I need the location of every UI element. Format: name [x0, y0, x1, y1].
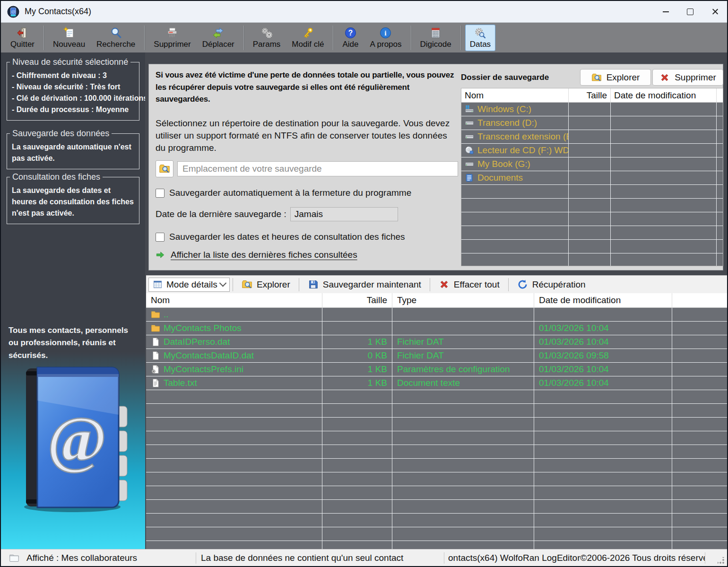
file-name-cell: MyContacts Photos — [146, 322, 322, 335]
show-last-consulted-link[interactable]: Afficher la liste des dernières fiches c… — [171, 250, 357, 260]
drive-row[interactable]: Transcend (D:) — [461, 116, 723, 130]
save-icon — [308, 279, 319, 290]
toolbar-button-nouveau[interactable]: Nouveau — [48, 25, 90, 51]
effacer-tout-button[interactable]: Effacer tout — [433, 277, 505, 292]
drive-size-cell — [569, 116, 611, 130]
drives-column-header[interactable]: Date de modification — [611, 88, 717, 103]
file-row[interactable]: .. — [146, 308, 728, 322]
consult-backup-checkbox-row: Sauvegarder les dates et heures de consu… — [156, 232, 458, 242]
empty-cell — [672, 472, 728, 486]
last-backup-label: Date de la dernière sauvegarde : — [156, 209, 286, 219]
file-row[interactable]: MyContactsDataID.dat0 KBFichier DAT01/03… — [146, 349, 728, 363]
file-size-cell: 1 KB — [322, 363, 392, 376]
resize-grip[interactable] — [705, 550, 727, 566]
drives-column-header[interactable]: Nom — [461, 88, 569, 103]
supprimer-drives-button[interactable]: Supprimer — [652, 69, 723, 86]
drive-date-cell — [611, 130, 717, 144]
file-row-empty — [146, 514, 728, 527]
empty-cell — [672, 459, 728, 472]
file-date-cell: 01/03/2026 09:58 — [534, 349, 672, 363]
key-icon — [302, 26, 314, 39]
recuperation-button[interactable]: Récupération — [511, 277, 591, 292]
file-name: MyContacts Photos — [164, 323, 242, 333]
view-mode-select[interactable]: Mode détails — [148, 278, 230, 292]
empty-cell — [146, 418, 322, 431]
drives-column-header[interactable]: Taille — [569, 88, 611, 103]
empty-cell — [672, 514, 728, 527]
empty-cell — [672, 431, 728, 445]
svg-text:@: @ — [11, 9, 15, 14]
file-date-cell — [534, 308, 672, 322]
toolbar-separator — [460, 26, 461, 50]
drive-row[interactable]: Documents — [461, 171, 723, 185]
empty-cell — [392, 514, 534, 527]
auto-backup-checkbox-row: Sauvegarder automatiquement à la fermetu… — [156, 188, 458, 198]
security-detail-line: - Chiffrement de niveau : 3 — [12, 70, 134, 81]
file-row[interactable]: MyContacts Photos01/03/2026 10:04 — [146, 322, 728, 335]
empty-cell — [672, 527, 728, 541]
explorer-drives-button[interactable]: Explorer — [580, 69, 651, 86]
file-name-cell: .. — [146, 308, 322, 322]
drive-row[interactable]: My Book (G:) — [461, 157, 723, 171]
empty-cell — [534, 472, 672, 486]
backup-location-input[interactable] — [177, 161, 458, 176]
file-row[interactable]: DataIDPerso.dat1 KBFichier DAT01/03/2026… — [146, 335, 728, 349]
drive-row[interactable]: Windows (C:) — [461, 103, 723, 116]
drive-row[interactable]: Lecteur de CD (F:) WD ... — [461, 144, 723, 157]
keypad-icon — [429, 26, 442, 39]
close-button[interactable] — [702, 1, 727, 22]
toolbar-separator — [333, 26, 333, 50]
svg-text:?: ? — [348, 29, 353, 37]
files-column-header[interactable]: Nom — [146, 293, 322, 308]
consultation-group-title: Consultation des fiches — [10, 172, 103, 182]
explorer-button[interactable]: Explorer — [236, 277, 296, 292]
empty-cell — [392, 500, 534, 514]
drive-row-empty — [461, 226, 723, 240]
folder-search-icon — [159, 163, 170, 174]
files-column-header[interactable]: Taille — [322, 293, 392, 308]
empty-cell — [717, 240, 723, 253]
file-name-cell: Table.txt — [146, 376, 322, 390]
ini-file-icon — [151, 365, 160, 374]
red-x-icon — [439, 279, 450, 290]
empty-cell — [392, 445, 534, 459]
toolbar-separator — [299, 278, 299, 291]
toolbar-button-datas[interactable]: Datas — [465, 25, 495, 51]
status-copyright-text: ontacts(x64) WolfoRan LogEditor©2006-202… — [448, 553, 705, 563]
consult-backup-checkbox[interactable] — [156, 233, 165, 242]
toolbar-button-aide[interactable]: ?Aide — [338, 25, 363, 51]
shredder-icon — [166, 26, 179, 39]
toolbar-button-params[interactable]: Params — [248, 25, 286, 51]
empty-cell — [569, 226, 611, 240]
empty-cell — [461, 185, 569, 199]
files-column-header[interactable]: Date de modification — [534, 293, 672, 308]
sauvegarder-maintenant-button[interactable]: Sauvegarder maintenant — [302, 277, 427, 292]
toolbar-button-a-propos[interactable]: iA propos — [365, 25, 406, 51]
status-displayed-text: Affiché : Mes collaborateurs — [26, 553, 137, 563]
browse-folder-button[interactable] — [156, 160, 173, 177]
toolbar-button-label: Quitter — [10, 40, 35, 49]
files-column-header[interactable]: Type — [392, 293, 534, 308]
toolbar-button-recherche[interactable]: Recherche — [92, 25, 140, 51]
file-row[interactable]: Table.txt1 KBDocument texte01/03/2026 10… — [146, 376, 728, 390]
minimize-button[interactable] — [653, 1, 678, 22]
drive-row[interactable]: Transcend extension (E:) — [461, 130, 723, 144]
drive-extra-cell — [717, 144, 723, 157]
empty-cell — [534, 486, 672, 500]
hdd-icon — [465, 118, 474, 128]
file-row[interactable]: MyContactsPrefs.ini1 KBParamètres de con… — [146, 363, 728, 376]
empty-cell — [534, 431, 672, 445]
maximize-button[interactable] — [678, 1, 702, 22]
drives-column-header-extra — [717, 88, 723, 103]
toolbar-button-deplacer[interactable]: Déplacer — [198, 25, 239, 51]
drive-date-cell — [611, 116, 717, 130]
auto-backup-checkbox[interactable] — [156, 189, 165, 198]
drive-size-cell — [569, 157, 611, 171]
toolbar-separator — [243, 26, 244, 50]
toolbar-button-supprimer[interactable]: Supprimer — [149, 25, 195, 51]
toolbar-button-modif-cle[interactable]: Modif clé — [287, 25, 329, 51]
toolbar-separator — [508, 278, 509, 291]
toolbar-button-digicode[interactable]: Digicode — [416, 25, 456, 51]
data-backup-group: Sauvegarde des données La sauvegarde aut… — [7, 133, 139, 169]
toolbar-button-quitter[interactable]: Quitter — [6, 25, 39, 51]
